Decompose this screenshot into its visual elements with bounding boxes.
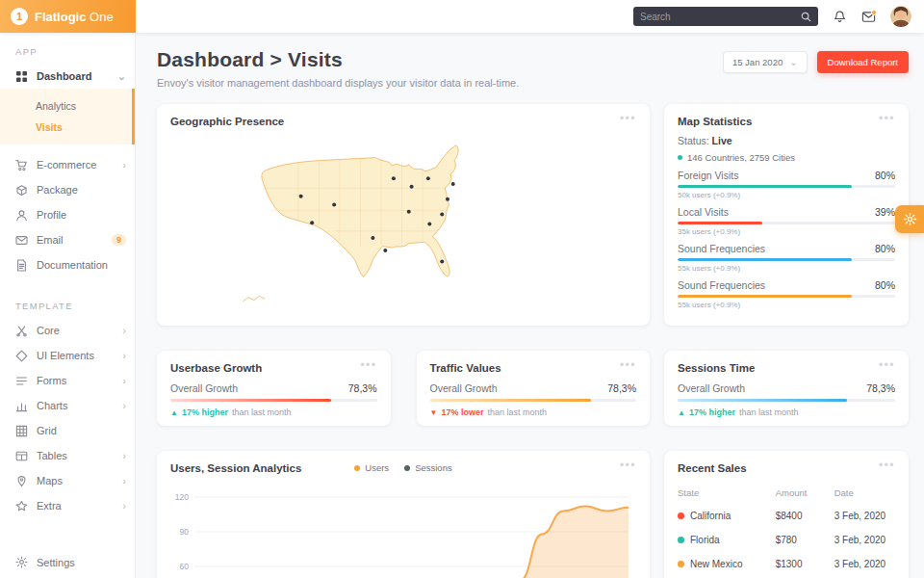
progress-bar <box>678 222 895 224</box>
page-subtitle: Envoy's visitor management dashboard dis… <box>157 77 519 89</box>
dashboard-submenu: Analytics Visits <box>0 89 135 144</box>
users-session-analytics-card: Users, Session Analytics ••• Users Sessi… <box>157 451 650 578</box>
avatar-image <box>890 6 911 27</box>
sidebar-item-profile[interactable]: Profile <box>0 202 135 227</box>
bar-chart-icon <box>15 400 28 412</box>
chevron-right-icon: › <box>122 476 126 486</box>
sidebar-item-extra[interactable]: Extra › <box>0 493 135 518</box>
progress-bar <box>170 399 377 402</box>
traffic-values-card: Traffic Values ••• Overall Growth78,3% ▼… <box>417 351 651 426</box>
sidebar-item-maps[interactable]: Maps › <box>0 468 135 493</box>
document-icon <box>15 259 28 272</box>
chart-legend: Users Sessions <box>157 462 650 473</box>
stat-row-sound-frequencies-2: Sound Frequencies80% 55k users (+0.9%) <box>678 279 895 309</box>
column-header: Amount <box>776 482 834 504</box>
column-header: State <box>678 482 776 504</box>
date-picker[interactable]: 15 Jan 2020 ⌄ <box>723 51 808 73</box>
trend-line: ▼ 17% lower than last month <box>430 407 637 417</box>
sidebar-item-visits[interactable]: Visits <box>0 117 132 138</box>
cart-icon <box>15 159 28 171</box>
progress-bar <box>678 295 895 298</box>
sidebar-item-label: Dashboard <box>37 70 91 82</box>
progress-bar <box>678 399 895 402</box>
map-statistics-card: Map Statistics ••• Status: Live 146 Coun… <box>664 104 909 326</box>
logo-icon: 1 <box>11 8 28 25</box>
sidebar-item-label: Analytics <box>36 100 76 112</box>
map-pin-icon <box>15 475 28 487</box>
sidebar-item-settings[interactable]: Settings <box>0 547 135 578</box>
chevron-right-icon: › <box>122 451 126 461</box>
sidebar-item-label: Visits <box>36 121 63 133</box>
logo[interactable]: 1 Flatlogic One <box>0 0 136 33</box>
page-title: Dashboard > Visits <box>157 48 519 71</box>
status-line: Status: Live <box>678 135 895 146</box>
sidebar-item-ecommerce[interactable]: E-commerce › <box>0 152 135 177</box>
stat-row-foreign-visits: Foreign Visits80% 50k users (+0.9%) <box>678 170 895 199</box>
card-menu-button[interactable]: ••• <box>879 116 895 122</box>
sidebar-item-dashboard[interactable]: Dashboard ⌄ <box>0 64 135 89</box>
card-title: Map Statistics <box>678 116 752 127</box>
dashboard-grid: Geographic Presence ••• <box>157 104 909 576</box>
svg-text:60: 60 <box>180 562 190 571</box>
status-value: Live <box>712 135 732 146</box>
alaska-outline <box>243 296 265 302</box>
table-row: California $8400 3 Feb, 2020 <box>678 504 895 528</box>
stat-row-local-visits: Local Visits39% 35k users (+0.9%) <box>678 206 895 236</box>
sidebar-item-label: UI Elements <box>37 350 94 361</box>
card-title: Sessions Time <box>678 362 755 374</box>
table-icon <box>15 450 28 462</box>
sidebar-item-package[interactable]: Package <box>0 177 135 202</box>
recent-sales-card: Recent Sales ••• State Amount Date Calif… <box>664 451 909 578</box>
card-menu-button[interactable]: ••• <box>620 362 636 369</box>
chevron-right-icon: › <box>122 326 126 336</box>
card-menu-button[interactable]: ••• <box>620 116 636 122</box>
sidebar-item-forms[interactable]: Forms › <box>0 368 135 393</box>
user-avatar[interactable] <box>890 6 911 27</box>
card-title: Userbase Growth <box>170 362 262 374</box>
sidebar-item-core[interactable]: Core › <box>0 318 135 343</box>
legend-item-sessions: Sessions <box>404 462 452 473</box>
sidebar: APP Dashboard ⌄ Analytics Visits E-comme… <box>0 33 136 578</box>
card-title: Traffic Values <box>430 362 501 374</box>
sidebar-item-label: Core <box>37 325 60 336</box>
sidebar-item-charts[interactable]: Charts › <box>0 393 135 418</box>
search-box[interactable] <box>633 7 818 26</box>
svg-text:120: 120 <box>175 492 189 502</box>
messages-button[interactable] <box>861 11 876 23</box>
sidebar-item-documentation[interactable]: Documentation <box>0 252 135 277</box>
sidebar-item-email[interactable]: Email 9 <box>0 227 135 252</box>
geographic-presence-card: Geographic Presence ••• <box>157 104 650 326</box>
progress-bar <box>430 399 637 402</box>
svg-text:90: 90 <box>180 527 190 537</box>
theme-settings-fab[interactable] <box>895 205 924 233</box>
chevron-right-icon: › <box>122 401 126 411</box>
card-menu-button[interactable]: ••• <box>360 362 376 369</box>
trend-down-icon: ▼ <box>430 408 438 417</box>
profile-icon <box>15 209 28 222</box>
sidebar-item-label: E-commerce <box>37 159 96 171</box>
notifications-button[interactable] <box>833 10 847 24</box>
sidebar-item-label: Package <box>37 184 78 196</box>
header-actions <box>633 0 924 33</box>
summary-line: 146 Countries, 2759 Cities <box>678 152 895 163</box>
sidebar-item-tables[interactable]: Tables › <box>0 443 135 468</box>
card-menu-button[interactable]: ••• <box>879 362 895 369</box>
legend-dot-icon <box>354 465 360 471</box>
sidebar-item-grid[interactable]: Grid <box>0 418 135 443</box>
sidebar-item-ui-elements[interactable]: UI Elements › <box>0 343 135 368</box>
app-root: 1 Flatlogic One <box>0 0 924 578</box>
table-row: New Mexico $1300 3 Feb, 2020 <box>678 552 895 576</box>
sidebar-item-analytics[interactable]: Analytics <box>0 95 132 117</box>
recent-sales-table: State Amount Date California $8400 3 Feb… <box>678 482 895 576</box>
sidebar-item-label: Profile <box>37 209 66 221</box>
stat-cards-row: Userbase Growth ••• Overall Growth78,3% … <box>157 351 650 426</box>
download-report-button[interactable]: Download Report <box>817 51 909 73</box>
page-header: Dashboard > Visits Envoy's visitor manag… <box>157 48 909 89</box>
card-menu-button[interactable]: ••• <box>879 462 895 469</box>
trend-line: ▲ 17% higher than last month <box>170 407 377 417</box>
search-input[interactable] <box>640 12 801 22</box>
chevron-down-icon: ⌄ <box>789 60 797 66</box>
package-icon <box>15 184 28 197</box>
page-controls: 15 Jan 2020 ⌄ Download Report <box>723 51 909 73</box>
summary-dot-icon <box>678 155 682 160</box>
